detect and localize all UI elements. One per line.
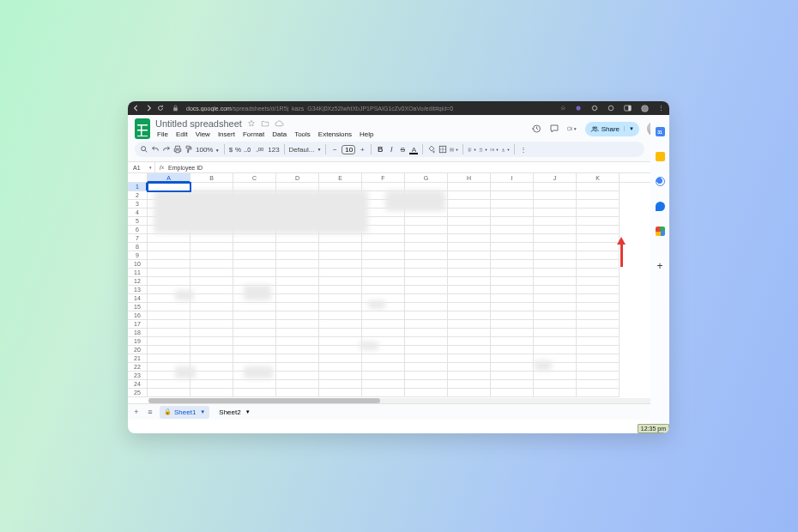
cell[interactable] (448, 277, 491, 286)
cell[interactable] (276, 260, 319, 269)
cell[interactable] (491, 389, 534, 397)
cell[interactable] (405, 337, 448, 346)
cell[interactable] (362, 372, 405, 380)
cell[interactable] (148, 354, 190, 363)
get-addons-icon[interactable]: + (656, 260, 662, 272)
cell[interactable] (448, 389, 491, 397)
cell[interactable] (276, 311, 319, 320)
cell[interactable] (148, 251, 190, 260)
cell[interactable] (491, 372, 534, 380)
cell[interactable] (276, 337, 319, 346)
cell[interactable] (362, 226, 405, 234)
zoom-select[interactable]: 100% ▼ (196, 146, 220, 154)
cell[interactable] (319, 286, 362, 294)
italic-button[interactable]: I (387, 145, 396, 154)
cell[interactable] (233, 346, 276, 354)
cell[interactable] (148, 260, 190, 269)
format-123-button[interactable]: 123 (268, 146, 279, 154)
cell[interactable] (491, 337, 534, 346)
percent-button[interactable]: % (235, 146, 241, 154)
cell[interactable] (534, 389, 577, 397)
browser-menu-icon[interactable]: ⋮ (658, 105, 664, 112)
cell[interactable] (319, 337, 362, 346)
cell[interactable] (491, 260, 534, 269)
cell[interactable] (362, 389, 405, 397)
cell[interactable] (491, 320, 534, 329)
menu-data[interactable]: Data (270, 130, 288, 139)
cell[interactable] (276, 389, 319, 397)
cell[interactable] (448, 380, 491, 389)
cell[interactable] (319, 389, 362, 397)
cell[interactable] (448, 269, 491, 277)
row-header[interactable]: 25 (128, 389, 148, 397)
cell[interactable] (233, 380, 276, 389)
cell[interactable] (319, 320, 362, 329)
cell[interactable] (577, 243, 620, 251)
cell[interactable] (362, 234, 405, 243)
cell[interactable] (405, 346, 448, 354)
cell[interactable] (577, 183, 620, 191)
history-icon[interactable] (531, 124, 541, 134)
cell[interactable] (491, 217, 534, 226)
cell[interactable] (362, 251, 405, 260)
cell[interactable] (491, 363, 534, 372)
cell[interactable] (577, 303, 620, 311)
keep-icon[interactable] (656, 152, 665, 161)
share-button[interactable]: Share ▼ (585, 122, 639, 136)
comments-icon[interactable] (549, 124, 559, 134)
cell[interactable] (534, 303, 577, 311)
cell[interactable] (233, 337, 276, 346)
cell[interactable] (276, 243, 319, 251)
cell[interactable] (148, 320, 190, 329)
cell[interactable] (534, 251, 577, 260)
cell[interactable] (405, 363, 448, 372)
cell[interactable] (190, 354, 233, 363)
cell[interactable] (276, 354, 319, 363)
cell[interactable] (491, 286, 534, 294)
extension-icon-1[interactable] (575, 105, 582, 112)
profile-avatar-icon[interactable] (641, 105, 649, 112)
cell[interactable] (491, 354, 534, 363)
cell[interactable] (448, 372, 491, 380)
row-header[interactable]: 21 (128, 354, 148, 363)
cell[interactable] (190, 251, 233, 260)
text-rotation-button[interactable]: ▼ (501, 145, 510, 154)
row-header[interactable]: 6 (128, 226, 148, 234)
cell[interactable] (362, 286, 405, 294)
decrease-font-icon[interactable]: − (330, 145, 339, 154)
extensions-icon[interactable] (591, 105, 598, 112)
cell[interactable] (534, 183, 577, 191)
cell[interactable] (319, 243, 362, 251)
cell[interactable] (491, 346, 534, 354)
cell[interactable] (405, 320, 448, 329)
sheet-tab-sheet1[interactable]: 🔒 Sheet1 ▼ (160, 406, 209, 419)
cell[interactable] (276, 303, 319, 311)
cell[interactable] (190, 260, 233, 269)
cell[interactable] (319, 251, 362, 260)
cell[interactable] (491, 234, 534, 243)
cell[interactable] (276, 251, 319, 260)
cell[interactable] (233, 320, 276, 329)
row-header[interactable]: 1 (128, 183, 148, 191)
redo-icon[interactable] (162, 145, 171, 154)
row-header[interactable]: 17 (128, 320, 148, 329)
cell[interactable] (233, 234, 276, 243)
cell[interactable] (448, 191, 491, 200)
cell[interactable] (319, 294, 362, 303)
cell[interactable] (534, 243, 577, 251)
cell[interactable] (190, 311, 233, 320)
cell[interactable] (233, 251, 276, 260)
menu-file[interactable]: File (155, 130, 170, 139)
cell[interactable] (319, 269, 362, 277)
cell[interactable] (448, 320, 491, 329)
cell[interactable] (148, 380, 190, 389)
font-size-input[interactable]: 10 (342, 145, 355, 154)
cell[interactable] (148, 329, 190, 337)
move-icon[interactable] (261, 119, 269, 128)
bold-button[interactable]: B (376, 145, 384, 154)
cell[interactable] (405, 329, 448, 337)
cell[interactable] (405, 217, 448, 226)
cell[interactable] (319, 329, 362, 337)
cell[interactable] (148, 243, 190, 251)
cell[interactable] (448, 183, 491, 191)
